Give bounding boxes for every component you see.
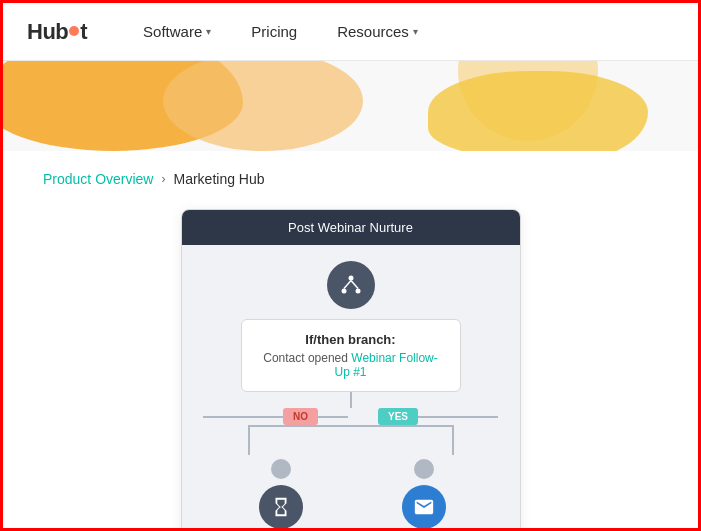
email-icon-circle [402, 485, 446, 529]
svg-point-1 [341, 289, 346, 294]
fork-right-vertical [452, 425, 454, 455]
hourglass-icon [270, 496, 292, 518]
nav-item-pricing[interactable]: Pricing [235, 15, 313, 48]
fork-lines [198, 425, 504, 455]
branch-link[interactable]: Webinar Follow-Up #1 [334, 351, 437, 379]
workflow-diagram: Post Webinar Nurture If/then branch: Con… [181, 209, 521, 531]
action-delay: Delay the next action for two days [208, 459, 354, 531]
blob-yellow [428, 71, 648, 151]
branch-card: If/then branch: Contact opened Webinar F… [241, 319, 461, 392]
workflow-body: If/then branch: Contact opened Webinar F… [182, 245, 520, 531]
nav-item-software[interactable]: Software ▾ [127, 15, 227, 48]
workflow-title: Post Webinar Nurture [288, 220, 413, 235]
nav-label-resources: Resources [337, 23, 409, 40]
fork-left-vertical [248, 425, 250, 455]
badge-yes: YES [378, 408, 418, 425]
logo[interactable]: Hubt [27, 19, 87, 45]
workflow-header: Post Webinar Nurture [182, 210, 520, 245]
main-content: Post Webinar Nurture If/then branch: Con… [3, 199, 698, 531]
breadcrumb-separator: › [161, 172, 165, 186]
svg-point-0 [348, 276, 353, 281]
branch-title: If/then branch: [262, 332, 440, 347]
connector-line [350, 392, 352, 408]
branch-icon-circle [327, 261, 375, 309]
hero-decoration [3, 61, 698, 151]
breadcrumb-link[interactable]: Product Overview [43, 171, 153, 187]
branch-icon [339, 273, 363, 297]
logo-dot [69, 26, 79, 36]
chevron-down-icon-resources: ▾ [413, 26, 418, 37]
small-circle-right [414, 459, 434, 479]
breadcrumb-current: Marketing Hub [173, 171, 264, 187]
badge-no: NO [283, 408, 318, 425]
nav-menu: Software ▾ Pricing Resources ▾ [127, 15, 434, 48]
svg-point-2 [355, 289, 360, 294]
fork-horizontal-line [248, 425, 454, 427]
line-left [203, 416, 283, 418]
action-send-email: Send email Schedule Meeting ↗ [354, 459, 494, 531]
line-right [418, 416, 498, 418]
nav-label-software: Software [143, 23, 202, 40]
svg-line-3 [344, 281, 351, 289]
logo-text: Hubt [27, 19, 87, 45]
navbar: Hubt Software ▾ Pricing Resources ▾ [3, 3, 698, 61]
chevron-down-icon: ▾ [206, 26, 211, 37]
actions-row: Delay the next action for two days Send … [198, 459, 504, 531]
line-middle [318, 416, 348, 418]
delay-icon-circle [259, 485, 303, 529]
small-circle-left [271, 459, 291, 479]
nav-label-pricing: Pricing [251, 23, 297, 40]
branch-subtitle: Contact opened Webinar Follow-Up #1 [262, 351, 440, 379]
yes-no-row: NO YES [198, 408, 504, 425]
nav-item-resources[interactable]: Resources ▾ [321, 15, 434, 48]
svg-line-4 [351, 281, 358, 289]
email-icon [413, 496, 435, 518]
breadcrumb: Product Overview › Marketing Hub [3, 151, 698, 199]
